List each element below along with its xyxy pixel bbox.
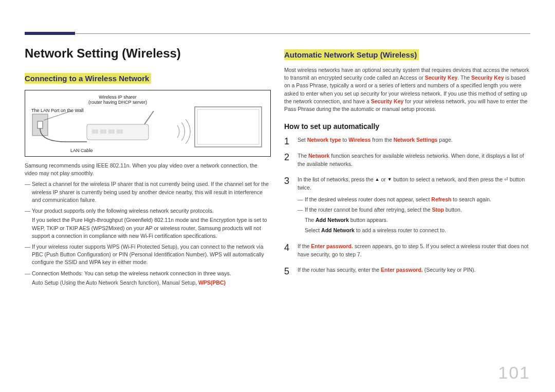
step-3-plain-1: The Add Network button appears. xyxy=(298,216,530,224)
diagram-label-line1: Wireless IP sharer xyxy=(99,95,136,100)
t: button appears. xyxy=(349,217,388,223)
wireless-label: Wireless xyxy=(348,137,371,143)
page-content: Network Setting (Wireless) Connecting to… xyxy=(25,46,530,290)
left-bullet-1: Select a channel for the wireless IP sha… xyxy=(25,180,271,204)
step-3: In the list of networks, press the ▲ or … xyxy=(284,175,530,235)
svg-rect-6 xyxy=(117,129,123,134)
network-label: Network xyxy=(308,153,329,159)
t: If the xyxy=(298,243,311,249)
left-bullet-2: Your product supports only the following… xyxy=(25,207,271,240)
bullet-sub: If you select the Pure High-throughput (… xyxy=(32,216,271,240)
down-arrow-icon: ▼ xyxy=(387,176,392,183)
step-4: If the Enter password. screen appears, g… xyxy=(284,242,530,259)
security-key-label: Security Key xyxy=(371,98,404,104)
t: If the desired wireless router does not … xyxy=(305,196,431,202)
bullet-text: Your product supports only the following… xyxy=(32,208,214,214)
refresh-label: Refresh xyxy=(431,196,451,202)
bullet-text: Select a channel for the wireless IP sha… xyxy=(32,181,269,202)
t: button. xyxy=(444,207,462,213)
t: The xyxy=(298,153,308,159)
security-key-label: Security Key xyxy=(471,74,504,81)
diagram-label-lan-cable: LAN Cable xyxy=(70,148,93,153)
t: to xyxy=(341,137,349,143)
step-5: If the router has security, enter the En… xyxy=(284,266,530,274)
subhead-how-to: How to set up automatically xyxy=(284,122,530,130)
header-rule xyxy=(75,33,530,34)
t: to add a wireless router to connect to. xyxy=(355,227,446,233)
diagram-label-line2: (router having DHCP server) xyxy=(88,100,147,105)
diagram-label-ip-sharer: Wireless IP sharer (router having DHCP s… xyxy=(87,95,149,105)
page-title: Network Setting (Wireless) xyxy=(25,46,271,61)
left-bullet-list: Select a channel for the wireless IP sha… xyxy=(25,180,271,287)
add-network-label: Add Network xyxy=(321,227,355,233)
bullet-text: If your wireless router supports WPS (Wi… xyxy=(32,244,264,265)
t: button to select a network, and then pre… xyxy=(392,176,504,182)
t: Set xyxy=(298,137,307,143)
up-arrow-icon: ▲ xyxy=(375,176,380,183)
left-intro-text: Samsung recommends using IEEE 802.11n. W… xyxy=(25,162,271,177)
network-type-label: Network type xyxy=(307,137,341,143)
t: In the list of networks, press the xyxy=(298,176,375,182)
left-bullet-3: If your wireless router supports WPS (Wi… xyxy=(25,243,271,267)
network-diagram: Wireless IP sharer (router having DHCP s… xyxy=(25,90,271,157)
wps-pbc-label: WPS(PBC) xyxy=(198,279,226,286)
section-head-connecting: Connecting to a Wireless Network xyxy=(25,73,151,84)
t: page. xyxy=(437,137,452,143)
header-accent-bar xyxy=(25,32,75,35)
t: (Security key or PIN). xyxy=(423,267,476,273)
enter-password-label: Enter password. xyxy=(311,243,353,249)
t: function searches for available wireless… xyxy=(298,153,524,167)
bullet-sub-pre: Auto Setup (Using the Auto Network Searc… xyxy=(32,279,198,286)
t: Select xyxy=(305,227,321,233)
svg-rect-3 xyxy=(92,129,98,134)
svg-line-7 xyxy=(144,111,154,124)
left-column: Network Setting (Wireless) Connecting to… xyxy=(25,46,271,290)
network-settings-label: Network Settings xyxy=(394,137,438,143)
svg-rect-4 xyxy=(100,129,106,134)
step-3-sub-1: If the desired wireless router does not … xyxy=(298,195,530,203)
bullet-sub: Auto Setup (Using the Auto Network Searc… xyxy=(32,279,271,287)
svg-rect-9 xyxy=(197,109,259,144)
step-2: The Network function searches for availa… xyxy=(284,152,530,169)
right-intro-para: Most wireless networks have an optional … xyxy=(284,66,530,113)
add-network-label: Add Network xyxy=(316,217,349,223)
diagram-label-lan-port: The LAN Port on the Wall xyxy=(31,108,103,113)
step-3-sublist: If the desired wireless router does not … xyxy=(298,195,530,214)
t: If the router has security, enter the xyxy=(298,267,381,273)
step-1: Set Network type to Wireless from the Ne… xyxy=(284,136,530,144)
t: to search again. xyxy=(451,196,491,202)
enter-icon: ⏎ xyxy=(504,176,508,183)
t: If the router cannot be found after retr… xyxy=(305,207,432,213)
left-intro: Samsung recommends using IEEE 802.11n. W… xyxy=(25,162,271,177)
t: or xyxy=(380,176,387,182)
section-head-auto-setup: Automatic Network Setup (Wireless) xyxy=(284,49,419,60)
left-bullet-4: Connection Methods: You can setup the wi… xyxy=(25,270,271,287)
t: . The xyxy=(457,74,471,81)
security-key-label: Security Key xyxy=(425,74,458,81)
enter-password-label: Enter password. xyxy=(381,267,423,273)
t: The xyxy=(305,217,316,223)
svg-rect-5 xyxy=(108,129,115,134)
steps-list: Set Network type to Wireless from the Ne… xyxy=(284,136,530,274)
stop-label: Stop xyxy=(432,207,443,213)
right-column: Automatic Network Setup (Wireless) Most … xyxy=(284,46,530,290)
t: from the xyxy=(371,137,393,143)
bullet-text: Connection Methods: You can setup the wi… xyxy=(32,270,231,276)
step-3-plain-2: Select Add Network to add a wireless rou… xyxy=(298,226,530,234)
right-intro-text: Most wireless networks have an optional … xyxy=(284,66,530,113)
svg-rect-1 xyxy=(38,121,43,128)
page-number: 101 xyxy=(498,363,530,383)
step-3-sub-2: If the router cannot be found after retr… xyxy=(298,206,530,214)
